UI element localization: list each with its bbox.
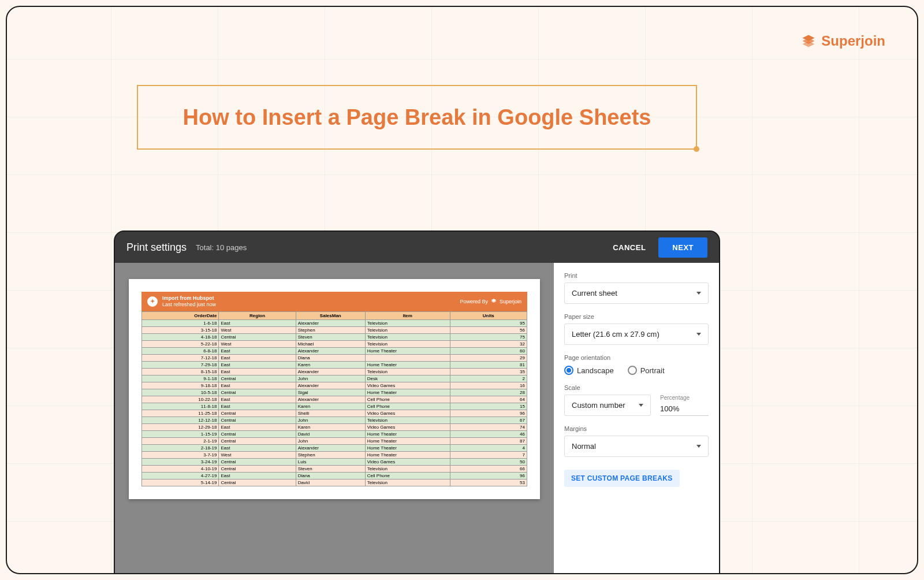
table-row: 3-7-19WestStephenHome Theater7 <box>142 451 527 458</box>
paper-value: Letter (21.6 cm x 27.9 cm) <box>572 330 660 339</box>
percentage-input[interactable]: 100% <box>660 402 709 416</box>
table-cell: East <box>219 354 296 361</box>
orientation-portrait[interactable]: Portrait <box>628 366 665 375</box>
th-orderdate: OrderDate <box>142 311 219 319</box>
radio-checked-icon <box>564 366 573 375</box>
table-cell: Video Games <box>365 458 450 465</box>
table-cell: Karen <box>296 361 365 368</box>
table-cell: Television <box>365 417 450 423</box>
table-cell: 64 <box>450 396 527 403</box>
table-cell: 96 <box>450 472 527 479</box>
table-cell: John <box>296 417 365 423</box>
table-cell: John <box>296 375 365 382</box>
table-cell: Central <box>219 430 296 437</box>
table-cell: East <box>219 382 296 389</box>
table-cell: East <box>219 403 296 410</box>
table-cell: 1-6-18 <box>142 319 219 326</box>
table-cell: West <box>219 326 296 333</box>
table-cell: 2 <box>450 375 527 382</box>
table-cell: 96 <box>450 410 527 417</box>
table-cell: David <box>296 479 365 486</box>
table-cell: 7-29-18 <box>142 361 219 368</box>
table-cell: 4-18-18 <box>142 333 219 340</box>
powered-label: Powered By <box>460 299 488 304</box>
table-cell: 11-8-18 <box>142 403 219 410</box>
table-cell: Central <box>219 458 296 465</box>
banner-line1: Import from Hubspot <box>162 295 216 302</box>
table-cell: Television <box>365 368 450 375</box>
print-preview-area: ✦ Import from Hubspot Last refreshed jus… <box>115 263 554 574</box>
table-cell: 81 <box>450 361 527 368</box>
margins-label: Margins <box>564 425 709 432</box>
print-select[interactable]: Current sheet <box>564 282 709 304</box>
window-body: ✦ Import from Hubspot Last refreshed jus… <box>115 263 719 574</box>
next-button[interactable]: NEXT <box>658 237 707 258</box>
table-row: 3-24-19CentralLuisVideo Games50 <box>142 458 527 465</box>
table-cell: 46 <box>450 430 527 437</box>
table-cell: East <box>219 396 296 403</box>
table-cell: 3-24-19 <box>142 458 219 465</box>
table-cell: Video Games <box>365 382 450 389</box>
table-row: 10-5-18CentralSigalHome Theater28 <box>142 389 527 396</box>
table-row: 11-8-18EastKarenCell Phone15 <box>142 403 527 410</box>
powered-brand: Superjoin <box>500 299 521 304</box>
table-cell: Shelli <box>296 410 365 417</box>
table-cell: 4-10-19 <box>142 465 219 472</box>
orientation-landscape[interactable]: Landscape <box>564 366 614 375</box>
table-cell: Central <box>219 479 296 486</box>
set-custom-page-breaks-button[interactable]: SET CUSTOM PAGE BREAKS <box>564 470 680 487</box>
table-cell: Alexander <box>296 382 365 389</box>
table-cell: Television <box>365 340 450 347</box>
table-cell: Central <box>219 417 296 423</box>
scale-select[interactable]: Custom number <box>564 395 651 416</box>
table-cell: Video Games <box>365 423 450 430</box>
table-row: 3-15-18WestStephenTelevision56 <box>142 326 527 333</box>
table-row: 5-14-19CentralDavidTelevision53 <box>142 479 527 486</box>
table-cell: 3-15-18 <box>142 326 219 333</box>
table-cell: Home Theater <box>365 389 450 396</box>
table-cell: East <box>219 444 296 451</box>
table-cell: 75 <box>450 333 527 340</box>
table-cell: West <box>219 451 296 458</box>
chevron-down-icon <box>696 445 701 448</box>
table-cell: 3-7-19 <box>142 451 219 458</box>
table-cell: Central <box>219 465 296 472</box>
table-cell: 4 <box>450 444 527 451</box>
table-row: 8-15-18EastAlexanderTelevision35 <box>142 368 527 375</box>
margins-value: Normal <box>572 442 596 451</box>
table-cell: Home Theater <box>365 430 450 437</box>
table-cell: Home Theater <box>365 451 450 458</box>
table-cell: Sigal <box>296 389 365 396</box>
table-cell: Karen <box>296 423 365 430</box>
table-cell: 28 <box>450 389 527 396</box>
table-cell: Michael <box>296 340 365 347</box>
header-title: Print settings <box>126 241 187 254</box>
paper-size-select[interactable]: Letter (21.6 cm x 27.9 cm) <box>564 324 709 345</box>
table-cell: Alexander <box>296 444 365 451</box>
table-cell: East <box>219 423 296 430</box>
table-cell: 6-8-18 <box>142 347 219 354</box>
cancel-button[interactable]: CANCEL <box>602 237 656 258</box>
table-cell: Cell Phone <box>365 472 450 479</box>
table-row: 4-18-18CentralStevenTelevision75 <box>142 333 527 340</box>
table-cell: 60 <box>450 347 527 354</box>
table-cell: 56 <box>450 326 527 333</box>
import-banner: ✦ Import from Hubspot Last refreshed jus… <box>141 292 527 311</box>
table-cell: 2-1-19 <box>142 437 219 444</box>
table-cell: 8-15-18 <box>142 368 219 375</box>
table-cell: John <box>296 437 365 444</box>
margins-select[interactable]: Normal <box>564 436 709 457</box>
window-header: Print settings Total: 10 pages CANCEL NE… <box>115 232 719 263</box>
table-cell: 9-1-18 <box>142 375 219 382</box>
table-cell: Central <box>219 375 296 382</box>
table-cell: Home Theater <box>365 437 450 444</box>
table-cell: East <box>219 368 296 375</box>
table-cell: East <box>219 319 296 326</box>
percentage-label: Percentage <box>660 395 709 401</box>
table-cell: David <box>296 430 365 437</box>
superjoin-icon <box>800 33 817 49</box>
table-row: 12-29-18EastKarenVideo Games74 <box>142 423 527 430</box>
page-preview: ✦ Import from Hubspot Last refreshed jus… <box>129 279 540 499</box>
orientation-label: Page orientation <box>564 354 709 361</box>
table-cell: 29 <box>450 354 527 361</box>
